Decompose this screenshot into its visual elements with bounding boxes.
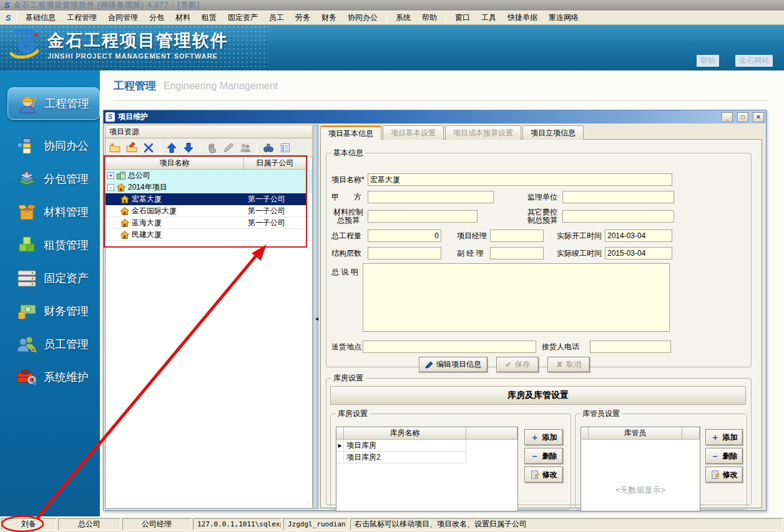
tree-row-2014-projects[interactable]: - 2014年项目 bbox=[105, 181, 312, 193]
menu-window[interactable]: 窗口 bbox=[450, 11, 475, 24]
banner-help-link[interactable]: 帮助 bbox=[697, 55, 719, 67]
tree-node-label: 金石国际大厦 bbox=[132, 206, 177, 216]
menu-employee[interactable]: 员工 bbox=[264, 11, 289, 24]
menu-reconnect[interactable]: 重连网络 bbox=[544, 11, 584, 24]
sidebar-item-lease[interactable]: 租赁管理 bbox=[0, 233, 100, 258]
sidebar-item-system[interactable]: 系统维护 bbox=[0, 365, 100, 390]
menu-help[interactable]: 帮助 bbox=[417, 11, 442, 24]
tree-row-project-selected[interactable]: 宏基大厦 第一子公司 bbox=[105, 193, 312, 205]
menu-fixed-assets[interactable]: 固定资产 bbox=[223, 11, 263, 24]
lease-cubes-icon bbox=[16, 235, 37, 255]
project-name-input[interactable]: 宏基大厦 bbox=[368, 173, 672, 186]
delete-node-button[interactable] bbox=[142, 141, 155, 155]
edit-pencil-button[interactable] bbox=[222, 141, 235, 155]
banner-website-link[interactable]: 金石网站 bbox=[735, 55, 773, 67]
sidebar-item-finance[interactable]: 财务管理 bbox=[0, 299, 100, 324]
description-textarea[interactable] bbox=[363, 263, 670, 332]
move-down-button[interactable] bbox=[182, 141, 195, 155]
cancel-button[interactable]: ✘ 取消 bbox=[547, 357, 590, 372]
tree-row-project[interactable]: 金石国际大厦 第一子公司 bbox=[105, 205, 312, 217]
menu-lease[interactable]: 租赁 bbox=[197, 11, 222, 24]
storekeeper-modify-button[interactable]: 修改 bbox=[705, 467, 743, 483]
group-button[interactable] bbox=[238, 141, 252, 155]
menu-tools[interactable]: 工具 bbox=[476, 11, 501, 24]
storeroom-row[interactable]: 项目库房2 bbox=[336, 452, 517, 463]
status-hint-message: 右击鼠标可以移动项目、项目改名、设置归属子公司 bbox=[350, 518, 783, 530]
dialog-titlebar[interactable]: S 项目维护 _ □ × bbox=[104, 110, 766, 123]
move-down-icon bbox=[183, 142, 194, 153]
tab-project-basic-settings[interactable]: 项目基本设置 bbox=[383, 125, 444, 140]
storeroom-modify-button[interactable]: 修改 bbox=[524, 467, 563, 483]
deputy-manager-input[interactable] bbox=[490, 247, 544, 259]
floors-input[interactable] bbox=[368, 247, 441, 259]
menu-material[interactable]: 材料 bbox=[170, 11, 195, 24]
storekeeper-table[interactable]: 库管员 <无数据显示> bbox=[581, 427, 700, 511]
find-button[interactable] bbox=[262, 141, 275, 155]
tree-row-project[interactable]: 蓝海大厦 第一子公司 bbox=[105, 217, 312, 229]
expand-toggle[interactable]: + bbox=[107, 172, 114, 179]
storeroom-remove-button[interactable]: －删除 bbox=[524, 448, 563, 464]
tab-project-basic-info[interactable]: 项目基本信息 bbox=[320, 125, 381, 140]
menu-contract[interactable]: 合同管理 bbox=[103, 11, 143, 24]
menu-engineering[interactable]: 工程管理 bbox=[62, 11, 102, 24]
material-budget-input[interactable] bbox=[368, 210, 478, 223]
employee-people-icon bbox=[16, 334, 37, 354]
start-date-input[interactable]: 2014-03-04 bbox=[605, 230, 672, 242]
storeroom-table[interactable]: 库房名称 ▶ 项目库房 bbox=[336, 427, 518, 511]
supervisor-input[interactable] bbox=[562, 191, 674, 203]
receiver-phone-input[interactable] bbox=[590, 341, 671, 353]
basic-info-group-title: 基本信息 bbox=[331, 148, 365, 158]
sidebar-item-engineering[interactable]: 工程管理 bbox=[7, 87, 100, 120]
move-up-button[interactable] bbox=[165, 141, 179, 155]
material-budget-label: 材料控制 总预算 bbox=[331, 208, 365, 225]
delivery-address-input[interactable] bbox=[363, 341, 536, 353]
menu-finance[interactable]: 财务 bbox=[316, 11, 341, 24]
panel-splitter[interactable]: ◄ bbox=[313, 125, 318, 509]
status-current-user: 刘备 bbox=[1, 518, 56, 530]
tree-column-subsidiary[interactable]: 归属子公司 bbox=[244, 157, 306, 170]
finance-money-icon bbox=[16, 301, 37, 321]
storekeeper-add-button[interactable]: ＋添加 bbox=[705, 429, 743, 445]
menu-system[interactable]: 系统 bbox=[391, 11, 416, 24]
hand-tool-button[interactable] bbox=[205, 141, 218, 155]
storeroom-add-button[interactable]: ＋添加 bbox=[524, 429, 563, 445]
menu-subcontract[interactable]: 分包 bbox=[144, 11, 169, 24]
menu-separator bbox=[446, 13, 446, 22]
expand-toggle[interactable]: - bbox=[107, 184, 114, 191]
tree-row-head-office[interactable]: + 总公司 bbox=[105, 170, 312, 181]
party-a-input[interactable] bbox=[368, 191, 494, 203]
dialog-minimize-button[interactable]: _ bbox=[722, 112, 733, 122]
project-manager-input[interactable] bbox=[490, 230, 544, 242]
end-date-input[interactable]: 2015-03-04 bbox=[605, 247, 672, 259]
sidebar-item-fixed-assets[interactable]: 固定资产 bbox=[0, 266, 100, 291]
sidebar-item-label: 工程管理 bbox=[44, 96, 89, 111]
tree-row-project[interactable]: 民建大厦 bbox=[105, 229, 312, 241]
minus-icon: － bbox=[531, 452, 539, 460]
storekeeper-remove-button[interactable]: －删除 bbox=[705, 448, 743, 464]
pencil-icon bbox=[223, 142, 234, 153]
other-budget-input[interactable] bbox=[562, 210, 674, 223]
save-button[interactable]: ✔ 保存 bbox=[496, 357, 539, 372]
menu-basic-info[interactable]: 基础信息 bbox=[21, 11, 61, 24]
new-folder-button[interactable] bbox=[108, 141, 122, 155]
rename-folder-button[interactable] bbox=[125, 141, 139, 155]
dialog-maximize-button[interactable]: □ bbox=[737, 112, 748, 122]
storeroom-row[interactable]: ▶ 项目库房 bbox=[336, 440, 517, 452]
sidebar-item-collab-office[interactable]: 协同办公 bbox=[0, 133, 100, 158]
menu-collab[interactable]: 协同办公 bbox=[343, 11, 383, 24]
tab-cost-budget-settings[interactable]: 项目成本预算设置 bbox=[445, 125, 521, 140]
checklist-button[interactable] bbox=[278, 141, 292, 155]
sidebar-item-employee[interactable]: 员工管理 bbox=[0, 332, 100, 357]
menu-labor[interactable]: 劳务 bbox=[290, 11, 315, 24]
dialog-close-button[interactable]: × bbox=[753, 112, 764, 122]
tab-project-approval-info[interactable]: 项目立项信息 bbox=[522, 125, 584, 140]
storeroom-column-header[interactable]: 库房名称 bbox=[344, 427, 466, 440]
total-quantity-input[interactable]: 0 bbox=[368, 230, 441, 242]
tree-column-project-name[interactable]: 项目名称 bbox=[105, 157, 244, 170]
edit-project-button[interactable]: 编辑项目信息 bbox=[419, 357, 488, 372]
deputy-manager-label: 副 经 理 bbox=[457, 247, 484, 259]
sidebar-item-subcontract[interactable]: 分包管理 bbox=[0, 167, 100, 191]
storekeeper-column-header[interactable]: 库管员 bbox=[589, 427, 682, 440]
menu-quick-docs[interactable]: 快捷单据 bbox=[502, 11, 542, 24]
sidebar-item-material[interactable]: 材料管理 bbox=[0, 200, 100, 225]
